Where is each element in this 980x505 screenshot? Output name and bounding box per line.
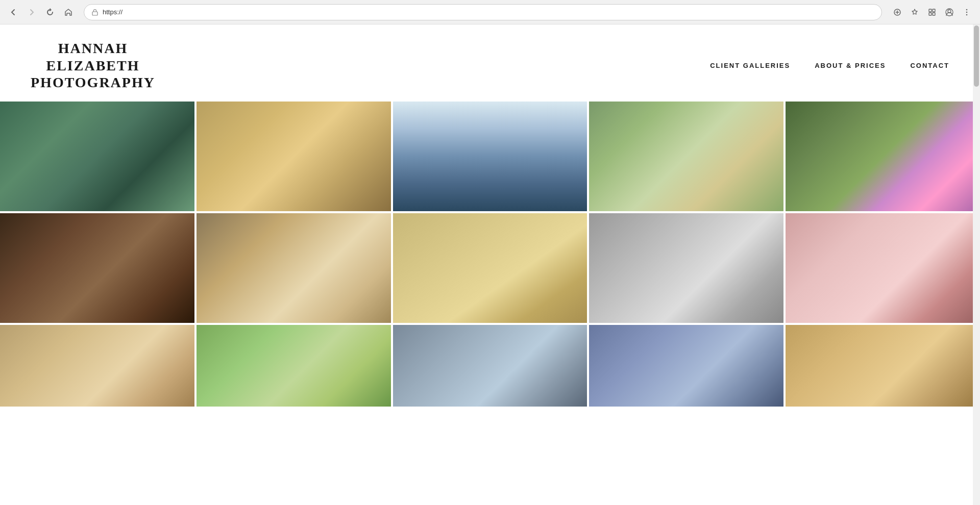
home-button[interactable] (61, 5, 76, 19)
photo-cell-r2p1[interactable] (0, 213, 194, 323)
photo-cell-r2p2[interactable] (197, 213, 391, 323)
photo-cell-r1p1[interactable] (0, 102, 194, 211)
svg-rect-3 (933, 9, 935, 12)
photo-cell-r2p5[interactable] (786, 213, 980, 323)
lock-icon (91, 9, 99, 16)
browser-actions (890, 5, 974, 19)
profile-button[interactable] (942, 5, 957, 19)
svg-point-10 (966, 14, 968, 15)
svg-rect-0 (92, 12, 97, 15)
photo-cell-r3p4[interactable] (589, 325, 783, 407)
site-content: HANNAH ELIZABETH PHOTOGRAPHY CLIENT GALL… (0, 24, 980, 407)
site-header: HANNAH ELIZABETH PHOTOGRAPHY CLIENT GALL… (0, 24, 980, 102)
scrollbar[interactable] (973, 24, 980, 505)
forward-button[interactable] (24, 5, 39, 19)
photo-cell-r1p2[interactable] (197, 102, 391, 211)
menu-button[interactable] (960, 5, 974, 19)
favorites-button[interactable] (908, 5, 922, 19)
collections-button[interactable] (925, 5, 939, 19)
logo-line2: ELIZABETH (31, 57, 155, 74)
svg-rect-2 (929, 9, 932, 12)
nav-about-prices[interactable]: ABOUT & PRICES (815, 62, 886, 69)
photo-cell-r2p3[interactable] (393, 213, 587, 323)
site-nav: CLIENT GALLERIES ABOUT & PRICES CONTACT (710, 62, 949, 69)
back-button[interactable] (6, 5, 20, 19)
svg-point-8 (966, 9, 968, 10)
site-logo[interactable]: HANNAH ELIZABETH PHOTOGRAPHY (31, 40, 155, 91)
photo-cell-r1p5[interactable] (786, 102, 980, 211)
photo-cell-r1p3[interactable] (393, 102, 587, 211)
photo-grid (0, 102, 980, 407)
photo-cell-r3p3[interactable] (393, 325, 587, 407)
address-bar[interactable] (84, 4, 882, 20)
logo-line1: HANNAH (31, 40, 155, 57)
reload-button[interactable] (43, 5, 57, 19)
photo-cell-r2p4[interactable] (589, 213, 783, 323)
photo-cell-r3p2[interactable] (197, 325, 391, 407)
svg-rect-4 (929, 13, 932, 15)
svg-point-9 (966, 11, 968, 13)
photo-cell-r1p4[interactable] (589, 102, 783, 211)
url-input[interactable] (103, 8, 874, 16)
nav-client-galleries[interactable]: CLIENT GALLERIES (710, 62, 790, 69)
scrollbar-thumb[interactable] (974, 26, 979, 87)
browser-chrome (0, 0, 980, 24)
svg-rect-5 (933, 13, 935, 15)
nav-contact[interactable]: CONTACT (910, 62, 949, 69)
logo-line3: PHOTOGRAPHY (31, 74, 155, 91)
photo-cell-r3p1[interactable] (0, 325, 194, 407)
extensions-button[interactable] (890, 5, 904, 19)
photo-cell-r3p5[interactable] (786, 325, 980, 407)
